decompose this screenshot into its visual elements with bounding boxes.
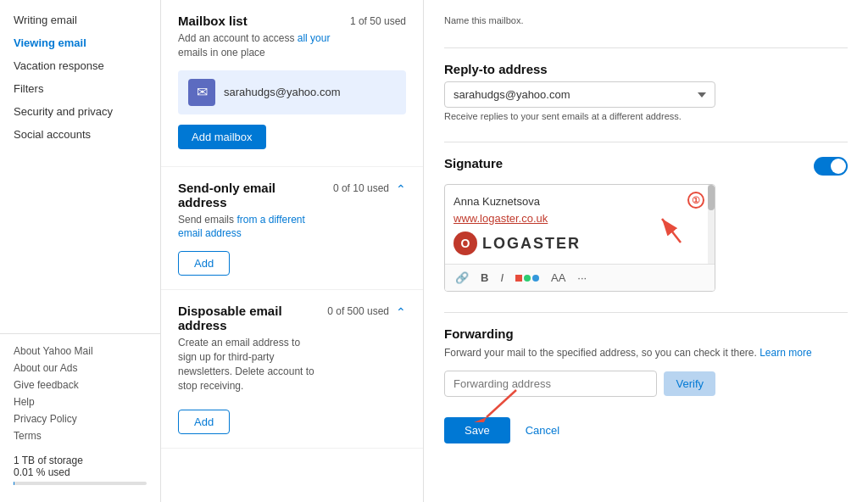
signature-logo: O LOGASTER xyxy=(453,231,706,255)
mailbox-desc-text1: Add an account to access xyxy=(178,32,298,44)
forwarding-address-input[interactable] xyxy=(444,371,657,397)
toolbar-bold-button[interactable]: B xyxy=(477,270,492,286)
send-only-header: Send-only email address Send emails from… xyxy=(178,181,406,252)
send-only-add-button[interactable]: Add xyxy=(178,251,230,276)
storage-used: 0.01 % used xyxy=(14,466,147,478)
signature-url[interactable]: www.logaster.co.uk xyxy=(453,210,706,227)
footer-link-terms[interactable]: Terms xyxy=(14,427,147,444)
toolbar-link-button[interactable]: 🔗 xyxy=(452,270,472,286)
footer-link-help[interactable]: Help xyxy=(14,393,147,410)
sidebar-item-social-accounts[interactable]: Social accounts xyxy=(0,123,160,146)
storage-bar xyxy=(14,482,147,485)
add-mailbox-button[interactable]: Add mailbox xyxy=(178,125,266,149)
reply-to-select[interactable]: sarahudgs@yahoo.com xyxy=(444,81,715,108)
verify-button[interactable]: Verify xyxy=(664,371,715,396)
reply-to-title: Reply-to address xyxy=(444,62,848,76)
mailbox-list-header: Mailbox list Add an account to access al… xyxy=(178,14,406,70)
signature-content[interactable]: Anna Kuznetsova www.logaster.co.uk O LOG… xyxy=(445,185,715,264)
logo-text: LOGASTER xyxy=(482,232,581,255)
signature-scrollbar[interactable] xyxy=(708,185,715,264)
disposable-section: Disposable email address Create an email… xyxy=(161,290,423,449)
color-dot-blue xyxy=(532,275,539,282)
forwarding-section: Forwarding Forward your mail to the spec… xyxy=(444,326,848,397)
storage-label: 1 TB of storage xyxy=(14,455,147,466)
sidebar-item-security-privacy[interactable]: Security and privacy xyxy=(0,100,160,123)
sidebar-footer: About Yahoo Mail About our Ads Give feed… xyxy=(0,333,160,494)
signature-editor: Anna Kuznetsova www.logaster.co.uk O LOG… xyxy=(444,184,715,292)
sidebar-item-filters[interactable]: Filters xyxy=(0,77,160,100)
toolbar-italic-button[interactable]: I xyxy=(497,270,507,286)
mailbox-usage: 1 of 50 used xyxy=(350,15,406,27)
mailbox-icon: ✉ xyxy=(188,79,215,106)
send-only-collapse-icon[interactable]: ⌃ xyxy=(396,182,406,196)
toolbar-font-size-button[interactable]: AA xyxy=(548,270,569,286)
divider-1 xyxy=(444,47,848,48)
sidebar-item-writing-email[interactable]: Writing email xyxy=(0,8,160,31)
divider-3 xyxy=(444,312,848,313)
signature-section: Signature Anna Kuznetsova www.logaster.c… xyxy=(444,156,848,292)
right-panel: Name this mailbox. Reply-to address sara… xyxy=(424,0,868,502)
cancel-button[interactable]: Cancel xyxy=(520,417,565,443)
mailbox-list-desc: Add an account to access all your emails… xyxy=(178,31,342,60)
send-only-desc: Send emails from a different email addre… xyxy=(178,213,325,242)
send-only-section: Send-only email address Send emails from… xyxy=(161,167,423,291)
storage-info: 1 TB of storage 0.01 % used xyxy=(14,455,147,485)
divider-2 xyxy=(444,142,848,142)
signature-scrollbar-thumb xyxy=(708,185,715,210)
mailbox-list-info: Mailbox list Add an account to access al… xyxy=(178,14,342,70)
sidebar-nav: Writing email Viewing email Vacation res… xyxy=(0,8,160,316)
disposable-collapse-icon[interactable]: ⌃ xyxy=(396,305,406,319)
signature-name: Anna Kuznetsova xyxy=(453,193,706,210)
reply-to-hint: Receive replies to your sent emails at a… xyxy=(444,111,848,121)
disposable-header: Disposable email address Create an email… xyxy=(178,304,406,403)
footer-link-about-yahoo[interactable]: About Yahoo Mail xyxy=(14,343,147,360)
toolbar-more-button[interactable]: ··· xyxy=(574,270,590,286)
left-panel: Mailbox list Add an account to access al… xyxy=(161,0,424,502)
mailbox-list-title: Mailbox list xyxy=(178,14,342,28)
disposable-info: Disposable email address Create an email… xyxy=(178,304,319,403)
send-only-info: Send-only email address Send emails from… xyxy=(178,181,325,252)
forwarding-title: Forwarding xyxy=(444,326,848,341)
send-only-title: Send-only email address xyxy=(178,181,325,209)
sidebar: Writing email Viewing email Vacation res… xyxy=(0,0,161,502)
action-row: Save Cancel xyxy=(444,417,848,443)
mailbox-desc-link[interactable]: all your xyxy=(298,32,331,44)
reply-to-section: Reply-to address sarahudgs@yahoo.com Rec… xyxy=(444,62,848,121)
mailbox-list-section: Mailbox list Add an account to access al… xyxy=(161,0,423,167)
toolbar-color-button[interactable] xyxy=(512,273,542,283)
send-only-usage: 0 of 10 used xyxy=(333,182,389,194)
send-only-desc-text1: Send emails xyxy=(178,214,236,226)
sidebar-item-viewing-email[interactable]: Viewing email xyxy=(0,31,160,54)
forwarding-desc: Forward your mail to the specified addre… xyxy=(444,346,848,360)
signature-title: Signature xyxy=(444,156,503,170)
name-mailbox-hint: Name this mailbox. xyxy=(444,15,524,25)
forwarding-desc-text: Forward your mail to the specified addre… xyxy=(444,347,757,359)
logo-icon: O xyxy=(453,231,477,255)
main-content: Mailbox list Add an account to access al… xyxy=(161,0,868,502)
save-button[interactable]: Save xyxy=(444,417,510,443)
forwarding-input-row: Verify xyxy=(444,371,715,397)
disposable-add-button[interactable]: Add xyxy=(178,410,230,434)
disposable-title: Disposable email address xyxy=(178,304,319,332)
mailbox-desc-text2: emails in one place xyxy=(178,47,265,59)
mailbox-item: ✉ sarahudgs@yahoo.com xyxy=(178,70,406,114)
disposable-usage: 0 of 500 used xyxy=(327,305,389,317)
forwarding-learn-more-link[interactable]: Learn more xyxy=(760,347,811,359)
sidebar-item-vacation-response[interactable]: Vacation response xyxy=(0,54,160,77)
color-dot-red xyxy=(515,275,522,282)
footer-link-privacy[interactable]: Privacy Policy xyxy=(14,410,147,427)
signature-toggle[interactable] xyxy=(814,157,848,176)
footer-link-feedback[interactable]: Give feedback xyxy=(14,376,147,393)
signature-toolbar: 🔗 B I AA ··· xyxy=(445,264,715,291)
mailbox-email: sarahudgs@yahoo.com xyxy=(224,86,341,98)
footer-link-about-ads[interactable]: About our Ads xyxy=(14,360,147,376)
name-mailbox-hint-section: Name this mailbox. xyxy=(444,14,848,27)
disposable-desc: Create an email address to sign up for t… xyxy=(178,336,319,393)
signature-header: Signature xyxy=(444,156,848,176)
color-dot-green xyxy=(524,275,531,282)
